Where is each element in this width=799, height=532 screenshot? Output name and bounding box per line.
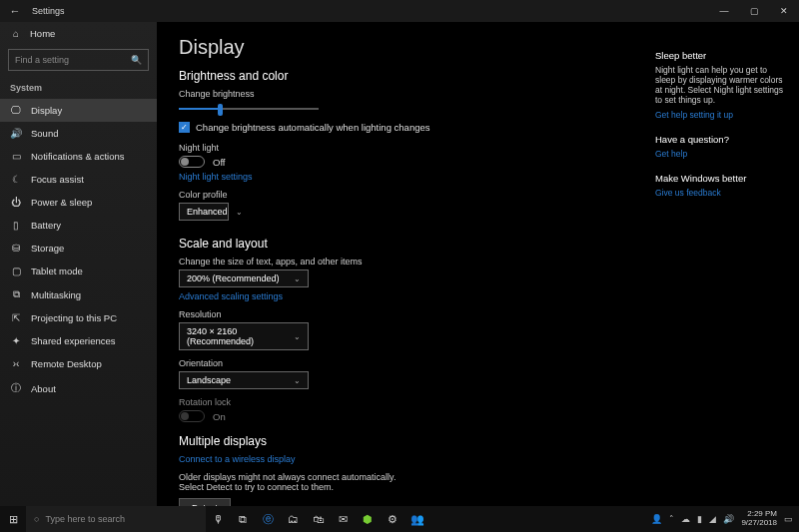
- teams-icon[interactable]: 👥: [405, 506, 429, 532]
- nav-icon: ▯: [10, 220, 22, 231]
- close-button[interactable]: ✕: [769, 0, 799, 22]
- nav-icon: ⛁: [10, 243, 22, 254]
- nav-icon: ▢: [10, 266, 22, 276]
- search-icon: 🔍: [131, 55, 142, 65]
- nav-label: Remote Desktop: [31, 358, 102, 369]
- tray-chevron-icon[interactable]: ˄: [669, 514, 674, 524]
- sleep-body: Night light can help you get to sleep by…: [655, 65, 789, 105]
- nav-icon: ⏻: [10, 197, 22, 208]
- sleep-heading: Sleep better: [655, 50, 789, 61]
- autobright-checkbox[interactable]: ✓: [179, 122, 190, 133]
- store-icon[interactable]: 🛍: [306, 506, 330, 532]
- people-icon[interactable]: 👤: [651, 514, 662, 524]
- window-title: Settings: [30, 6, 709, 16]
- sidebar-item-focus-assist[interactable]: ☾Focus assist: [0, 168, 157, 191]
- brightness-label: Change brightness: [179, 89, 627, 99]
- sidebar-item-multitasking[interactable]: ⧉Multitasking: [0, 282, 157, 306]
- start-button[interactable]: ⊞: [0, 513, 26, 526]
- edge-icon[interactable]: ⓔ: [256, 506, 280, 532]
- scale-heading: Scale and layout: [179, 237, 627, 251]
- sidebar: ⌂ Home Find a setting 🔍 System 🖵Display🔊…: [0, 22, 157, 506]
- wifi-icon[interactable]: ◢: [709, 514, 716, 524]
- sidebar-item-about[interactable]: ⓘAbout: [0, 375, 157, 401]
- nightlight-toggle[interactable]: [179, 156, 205, 168]
- minimize-button[interactable]: ―: [709, 0, 739, 22]
- sidebar-item-tablet-mode[interactable]: ▢Tablet mode: [0, 260, 157, 282]
- rotation-toggle: [179, 410, 205, 422]
- nav-icon: ✦: [10, 335, 22, 346]
- sidebar-item-sound[interactable]: 🔊Sound: [0, 122, 157, 145]
- titlebar: ← Settings ― ▢ ✕: [0, 0, 799, 22]
- nightlight-state: Off: [213, 157, 226, 168]
- gethelp-link[interactable]: Get help: [655, 149, 789, 159]
- brightness-heading: Brightness and color: [179, 69, 627, 83]
- battery-icon[interactable]: ▮: [697, 514, 702, 524]
- sidebar-item-storage[interactable]: ⛁Storage: [0, 237, 157, 260]
- sidebar-item-remote-desktop[interactable]: ›‹Remote Desktop: [0, 352, 157, 375]
- search-input[interactable]: Find a setting 🔍: [8, 49, 149, 71]
- nav-label: Focus assist: [31, 174, 84, 185]
- mail-icon[interactable]: ✉: [331, 506, 355, 532]
- mic-icon[interactable]: 🎙: [206, 506, 230, 532]
- home-button[interactable]: ⌂ Home: [0, 22, 157, 45]
- older-displays-text: Older displays might not always connect …: [179, 472, 408, 492]
- scale-label: Change the size of text, apps, and other…: [179, 257, 627, 266]
- rotation-label: Rotation lock: [179, 397, 627, 407]
- nav-label: Display: [31, 105, 62, 116]
- nav-label: About: [31, 383, 56, 394]
- sidebar-item-shared-experiences[interactable]: ✦Shared experiences: [0, 329, 157, 352]
- chevron-down-icon: ⌄: [294, 274, 301, 283]
- taskview-icon[interactable]: ⧉: [231, 506, 255, 532]
- sidebar-item-battery[interactable]: ▯Battery: [0, 214, 157, 237]
- sidebar-item-notifications-actions[interactable]: ▭Notifications & actions: [0, 145, 157, 168]
- volume-icon[interactable]: 🔊: [723, 514, 734, 524]
- nav-icon: 🖵: [10, 105, 22, 116]
- nav-icon: ☾: [10, 174, 22, 185]
- nav-icon: ⇱: [10, 312, 22, 323]
- nightlight-settings-link[interactable]: Night light settings: [179, 172, 627, 182]
- scale-dropdown[interactable]: 200% (Recommended)⌄: [179, 269, 309, 287]
- nav-label: Shared experiences: [31, 335, 116, 346]
- sidebar-item-projecting-to-this-pc[interactable]: ⇱Projecting to this PC: [0, 306, 157, 329]
- multiple-heading: Multiple displays: [179, 434, 627, 448]
- nav-label: Tablet mode: [31, 266, 83, 276]
- colorprofile-label: Color profile: [179, 190, 627, 200]
- nav-label: Storage: [31, 243, 64, 254]
- nav-icon: ›‹: [10, 358, 22, 369]
- resolution-dropdown[interactable]: 3240 × 2160 (Recommended)⌄: [179, 322, 309, 350]
- sleep-link[interactable]: Get help setting it up: [655, 110, 789, 120]
- chevron-down-icon: ⌄: [236, 208, 243, 217]
- back-button[interactable]: ←: [0, 5, 30, 17]
- nav-label: Multitasking: [31, 289, 81, 300]
- colorprofile-dropdown[interactable]: Enhanced⌄: [179, 203, 229, 221]
- resolution-label: Resolution: [179, 309, 627, 319]
- nightlight-label: Night light: [179, 143, 627, 153]
- advanced-scaling-link[interactable]: Advanced scaling settings: [179, 291, 627, 301]
- brightness-slider[interactable]: [179, 102, 319, 116]
- nav-label: Battery: [31, 220, 61, 231]
- nav-icon: ⧉: [10, 288, 22, 300]
- nav-label: Projecting to this PC: [31, 312, 117, 323]
- page-title: Display: [179, 36, 627, 59]
- app-icon[interactable]: ⬢: [356, 506, 380, 532]
- wireless-display-link[interactable]: Connect to a wireless display: [179, 454, 627, 464]
- taskbar-search[interactable]: ○ Type here to search: [26, 506, 206, 532]
- content: Display Brightness and color Change brig…: [157, 22, 649, 506]
- settings-icon[interactable]: ⚙: [381, 506, 404, 532]
- orientation-dropdown[interactable]: Landscape⌄: [179, 371, 309, 389]
- clock[interactable]: 2:29 PM 9/27/2018: [741, 510, 777, 528]
- nav-label: Notifications & actions: [31, 151, 124, 162]
- detect-button[interactable]: Detect: [179, 498, 231, 506]
- home-icon: ⌂: [10, 28, 22, 39]
- maximize-button[interactable]: ▢: [739, 0, 769, 22]
- system-tray[interactable]: 👤 ˄ ☁ ▮ ◢ 🔊 2:29 PM 9/27/2018 ▭: [645, 510, 799, 528]
- feedback-link[interactable]: Give us feedback: [655, 188, 789, 198]
- notification-icon[interactable]: ▭: [784, 514, 793, 524]
- sidebar-item-display[interactable]: 🖵Display: [0, 99, 157, 122]
- taskbar: ⊞ ○ Type here to search 🎙 ⧉ ⓔ 🗂 🛍 ✉ ⬢ ⚙ …: [0, 506, 799, 532]
- explorer-icon[interactable]: 🗂: [281, 506, 305, 532]
- nav-label: Sound: [31, 128, 58, 139]
- cloud-icon[interactable]: ☁: [681, 514, 690, 524]
- sidebar-item-power-sleep[interactable]: ⏻Power & sleep: [0, 191, 157, 214]
- right-column: Sleep better Night light can help you ge…: [649, 22, 799, 506]
